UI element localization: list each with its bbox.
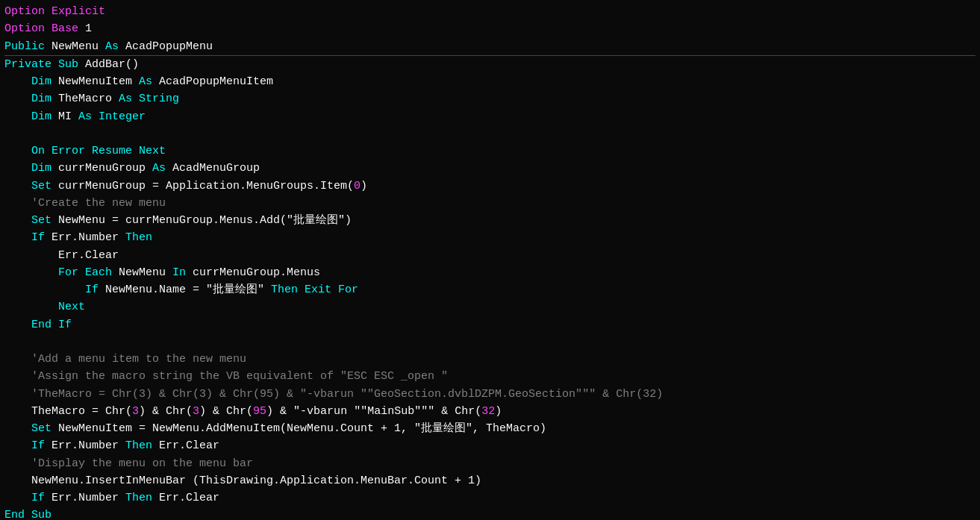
code-segment: ) & Chr( (139, 405, 193, 418)
code-segment: If (4, 284, 99, 296)
code-segment: NewMenuItem (52, 75, 139, 88)
code-line: If Err.Number Then (4, 229, 976, 246)
code-line: 'Display the menu on the menu bar (4, 455, 976, 472)
code-line: Private Sub AddBar() (4, 56, 976, 73)
code-segment: AcadPopupMenu (119, 40, 213, 53)
code-segment: 'Assign the macro string the VB equivale… (4, 370, 448, 383)
code-segment: ) (495, 405, 502, 418)
code-line (4, 125, 976, 142)
code-segment: Err.Number (45, 231, 125, 244)
code-segment: TheMacro = Chr( (4, 405, 132, 418)
code-segment: 'Create the new menu (4, 197, 166, 210)
code-line: Set NewMenuItem = NewMenu.AddMenuItem(Ne… (4, 420, 976, 437)
code-segment: On Error Resume Next (4, 145, 166, 157)
code-segment: 3 (193, 405, 199, 418)
code-segment: ) & Chr( (199, 405, 253, 418)
code-segment: Err.Clear (4, 249, 119, 262)
code-line: Public NewMenu As AcadPopupMenu (4, 38, 976, 55)
code-segment: 0 (354, 180, 361, 192)
code-segment: Set (4, 422, 52, 435)
code-line: 'Create the new menu (4, 195, 976, 212)
code-segment: TheMacro (52, 93, 119, 105)
code-line: Option Base 1 (4, 20, 976, 37)
code-segment: End If (4, 319, 72, 331)
code-segment: Err.Number (45, 439, 125, 452)
code-segment: As String (119, 93, 179, 105)
code-segment: Next (4, 301, 85, 313)
code-segment: Dim (4, 75, 52, 88)
code-segment: 1 (85, 22, 92, 35)
code-segment: AcadPopupMenuItem (152, 75, 273, 88)
code-line: Next (4, 298, 976, 316)
code-segment: 'Display the menu on the menu bar (4, 457, 253, 470)
code-line: 'Add a menu item to the new menu (4, 351, 976, 368)
code-segment: Set (4, 214, 52, 227)
code-line: If Err.Number Then Err.Clear (4, 437, 976, 454)
code-segment: NewMenu (45, 40, 105, 53)
code-segment: Private Sub (4, 58, 78, 71)
code-segment: currMenuGroup.Menus (186, 266, 320, 279)
code-segment: Then (125, 231, 152, 244)
code-line: Dim currMenuGroup As AcadMenuGroup (4, 160, 976, 177)
code-segment: If (4, 231, 45, 244)
code-segment: Public (4, 40, 45, 53)
code-segment: Err.Clear (152, 439, 219, 452)
code-line: Set currMenuGroup = Application.MenuGrou… (4, 178, 976, 195)
code-line: Set NewMenu = currMenuGroup.Menus.Add("批… (4, 212, 976, 229)
code-segment: Then (125, 492, 152, 504)
code-line: 'TheMacro = Chr(3) & Chr(3) & Chr(95) & … (4, 386, 976, 403)
code-line: End If (4, 316, 976, 333)
code-segment: AddBar() (78, 58, 139, 71)
code-line (4, 333, 976, 351)
code-segment: As (139, 75, 152, 88)
code-line: NewMenu.InsertInMenuBar (ThisDrawing.App… (4, 472, 976, 489)
code-segment: 'TheMacro = Chr(3) & Chr(3) & Chr(95) & … (4, 388, 663, 401)
code-segment: ) (361, 180, 367, 192)
code-segment: NewMenu.InsertInMenuBar (ThisDrawing.App… (4, 474, 481, 487)
code-segment: Dim (4, 93, 52, 105)
code-segment: If (4, 492, 45, 504)
code-segment: End Sub (4, 509, 52, 520)
code-segment: Then (125, 439, 152, 452)
code-line: Option Explicit (4, 3, 976, 20)
code-segment: currMenuGroup = Application.MenuGroups.I… (52, 180, 354, 192)
code-line: TheMacro = Chr(3) & Chr(3) & Chr(95) & "… (4, 403, 976, 420)
code-segment: MI (52, 110, 78, 123)
code-segment: Then Exit For (271, 284, 358, 296)
code-segment: Err.Number (45, 492, 125, 504)
code-segment: 32 (481, 405, 495, 418)
code-segment: 95 (253, 405, 266, 418)
code-segment: ) & "-vbarun ""MainSub""" & Chr( (266, 405, 481, 418)
code-segment: In (172, 266, 186, 279)
code-segment: Option Explicit (4, 5, 105, 18)
code-segment: 3 (132, 405, 139, 418)
code-segment: currMenuGroup (52, 162, 152, 175)
code-segment: As Integer (78, 110, 146, 123)
code-segment: As (105, 40, 119, 53)
code-editor: Option ExplicitOption Base 1Public NewMe… (4, 3, 976, 520)
code-segment: Option Base (4, 22, 85, 35)
code-segment: Err.Clear (152, 492, 219, 504)
code-line: End Sub (4, 507, 976, 520)
code-line: For Each NewMenu In currMenuGroup.Menus (4, 264, 976, 281)
code-line: If NewMenu.Name = "批量绘图" Then Exit For (4, 281, 976, 298)
code-segment: For Each (4, 266, 112, 279)
code-segment: As (152, 162, 166, 175)
code-segment: Set (4, 180, 52, 192)
code-segment: 'Add a menu item to the new menu (4, 353, 246, 366)
code-segment: NewMenu (112, 266, 172, 279)
code-line: On Error Resume Next (4, 142, 976, 160)
code-line: Err.Clear (4, 247, 976, 264)
code-segment: Dim (4, 162, 52, 175)
code-line: Dim MI As Integer (4, 108, 976, 125)
code-line: Dim TheMacro As String (4, 90, 976, 107)
code-segment: NewMenuItem = NewMenu.AddMenuItem(NewMen… (52, 422, 546, 435)
code-line: Dim NewMenuItem As AcadPopupMenuItem (4, 73, 976, 90)
code-segment: Dim (4, 110, 52, 123)
code-segment: NewMenu = currMenuGroup.Menus.Add("批量绘图"… (52, 214, 352, 227)
code-segment: AcadMenuGroup (166, 162, 260, 175)
code-line: 'Assign the macro string the VB equivale… (4, 368, 976, 385)
code-segment: If (4, 439, 45, 452)
code-line: If Err.Number Then Err.Clear (4, 489, 976, 507)
code-segment: NewMenu.Name = "批量绘图" (99, 284, 271, 296)
